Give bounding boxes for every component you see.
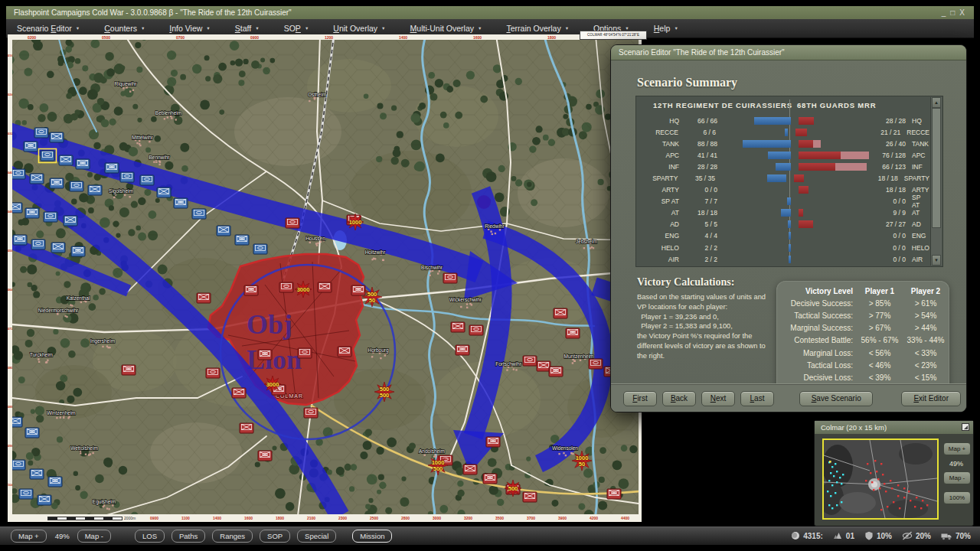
minimap-titlebar[interactable]: Colmar (20 x 15 km) — [815, 421, 973, 434]
blue-unit-counter[interactable] — [140, 175, 154, 185]
blue-unit-counter[interactable] — [13, 235, 27, 245]
blue-unit-counter[interactable] — [51, 243, 65, 253]
red-unit-counter[interactable] — [351, 285, 365, 295]
red-unit-counter[interactable] — [304, 408, 318, 418]
blue-unit-counter[interactable] — [12, 169, 25, 179]
blue-unit-counter[interactable] — [71, 246, 85, 256]
red-unit-counter[interactable] — [279, 282, 293, 292]
blue-unit-counter[interactable] — [253, 244, 267, 254]
red-unit-counter[interactable] — [443, 273, 457, 283]
red-unit-counter[interactable] — [554, 308, 567, 318]
save-scenario-button[interactable]: Save Scenario — [799, 391, 873, 406]
red-unit-counter[interactable] — [537, 361, 550, 371]
scroll-up-icon[interactable]: ▲ — [932, 97, 941, 108]
first-button[interactable]: First — [623, 391, 657, 406]
red-unit-counter[interactable] — [469, 325, 483, 335]
blue-unit-counter[interactable] — [34, 128, 48, 138]
blue-unit-counter[interactable] — [76, 159, 90, 169]
toolbar-special-button[interactable]: Special — [297, 530, 336, 543]
blue-unit-counter[interactable] — [50, 178, 64, 188]
red-unit-counter[interactable] — [483, 474, 497, 484]
map-zoom-out-button[interactable]: Map - — [77, 530, 111, 543]
red-unit-counter[interactable] — [338, 347, 351, 357]
menu-sop[interactable]: SOP▼ — [284, 24, 309, 33]
red-unit-counter[interactable] — [607, 489, 621, 499]
blue-unit-counter[interactable] — [64, 216, 77, 226]
blue-unit-counter[interactable] — [38, 495, 51, 505]
menu-scenario-editor[interactable]: Scenario Editor▼ — [17, 24, 80, 33]
menu-info-view[interactable]: Info View▼ — [169, 24, 210, 33]
toolbar-ranges-button[interactable]: Ranges — [212, 530, 253, 543]
table-scrollbar[interactable]: ▲ ▼ — [930, 97, 942, 266]
blue-unit-counter[interactable] — [24, 142, 38, 152]
blue-unit-counter[interactable] — [70, 181, 83, 191]
blue-unit-counter[interactable] — [157, 187, 171, 197]
blue-unit-counter[interactable] — [44, 212, 57, 222]
red-unit-counter[interactable] — [244, 285, 258, 295]
exit-editor-button[interactable]: Exit Editor — [901, 391, 961, 406]
blue-unit-counter[interactable] — [50, 132, 64, 142]
dialog-titlebar[interactable]: Scenario Editor "The Ride of the 12th Cu… — [611, 45, 966, 60]
menu-help[interactable]: Help▼ — [654, 24, 678, 33]
blue-unit-counter[interactable] — [59, 155, 73, 165]
menu-counters[interactable]: Counters▼ — [104, 24, 145, 33]
toolbar-los-button[interactable]: LOS — [135, 530, 165, 543]
red-unit-counter[interactable] — [566, 328, 580, 338]
minimap-view[interactable] — [822, 439, 939, 520]
blue-unit-counter[interactable] — [12, 417, 22, 427]
blue-unit-counter[interactable] — [192, 209, 206, 219]
red-unit-counter[interactable] — [589, 359, 603, 369]
blue-unit-counter[interactable] — [88, 185, 102, 195]
red-unit-counter[interactable] — [232, 388, 246, 398]
blue-unit-counter[interactable] — [12, 460, 25, 470]
blue-unit-counter[interactable] — [105, 163, 119, 173]
scrollbar-thumb[interactable] — [932, 108, 941, 228]
minimize-icon[interactable]: _ — [942, 8, 951, 17]
red-unit-counter[interactable] — [463, 465, 477, 474]
red-unit-counter[interactable] — [258, 451, 272, 461]
red-unit-counter[interactable] — [549, 367, 563, 377]
red-unit-counter[interactable] — [523, 492, 537, 502]
menu-multi-unit-overlay[interactable]: Multi-Unit Overlay▼ — [410, 24, 482, 33]
game-map[interactable]: ObjLion RiquewihrOstheimBeblenheimMittel… — [12, 40, 639, 514]
menu-staff[interactable]: Staff▼ — [235, 24, 260, 33]
last-button[interactable]: Last — [740, 391, 774, 406]
minimap-zoom-in-button[interactable]: Map + — [943, 442, 971, 455]
blue-unit-counter[interactable] — [48, 477, 62, 487]
mission-button[interactable]: Mission — [352, 530, 392, 543]
scroll-down-icon[interactable]: ▼ — [932, 255, 941, 266]
map-zoom-in-button[interactable]: Map + — [11, 530, 47, 543]
popout-icon[interactable] — [962, 423, 969, 431]
menu-terrain-overlay[interactable]: Terrain Overlay▼ — [506, 24, 569, 33]
red-unit-counter[interactable] — [240, 423, 253, 433]
blue-unit-counter[interactable] — [235, 235, 249, 245]
next-button[interactable]: Next — [701, 391, 735, 406]
minimap-zoom-out-button[interactable]: Map - — [943, 471, 971, 484]
blue-unit-counter[interactable] — [217, 226, 230, 236]
red-unit-counter[interactable] — [318, 282, 332, 292]
red-unit-counter[interactable] — [456, 345, 469, 355]
blue-unit-counter[interactable] — [31, 240, 45, 249]
red-unit-counter[interactable] — [451, 322, 465, 332]
red-unit-counter[interactable] — [298, 348, 312, 358]
maximize-icon[interactable]: □ — [950, 8, 959, 17]
red-unit-counter[interactable] — [486, 437, 500, 447]
blue-unit-counter[interactable] — [120, 172, 134, 182]
red-unit-counter[interactable] — [286, 218, 299, 228]
back-button[interactable]: Back — [662, 391, 696, 406]
blue-unit-counter[interactable] — [25, 208, 39, 218]
blue-unit-counter[interactable] — [41, 151, 54, 161]
red-unit-counter[interactable] — [206, 368, 220, 378]
window-controls[interactable]: _□X — [942, 6, 969, 19]
red-unit-counter[interactable] — [122, 365, 136, 375]
blue-unit-counter[interactable] — [30, 469, 44, 479]
blue-unit-counter[interactable] — [19, 489, 33, 499]
minimap-zoom-reset-button[interactable]: 100% — [943, 491, 971, 504]
red-unit-counter[interactable] — [258, 350, 272, 360]
blue-unit-counter[interactable] — [25, 428, 39, 438]
toolbar-sop-button[interactable]: SOP — [260, 530, 290, 543]
blue-unit-counter[interactable] — [174, 198, 188, 208]
blue-unit-counter[interactable] — [30, 174, 44, 184]
close-icon[interactable]: X — [959, 8, 969, 17]
toolbar-paths-button[interactable]: Paths — [172, 530, 205, 543]
